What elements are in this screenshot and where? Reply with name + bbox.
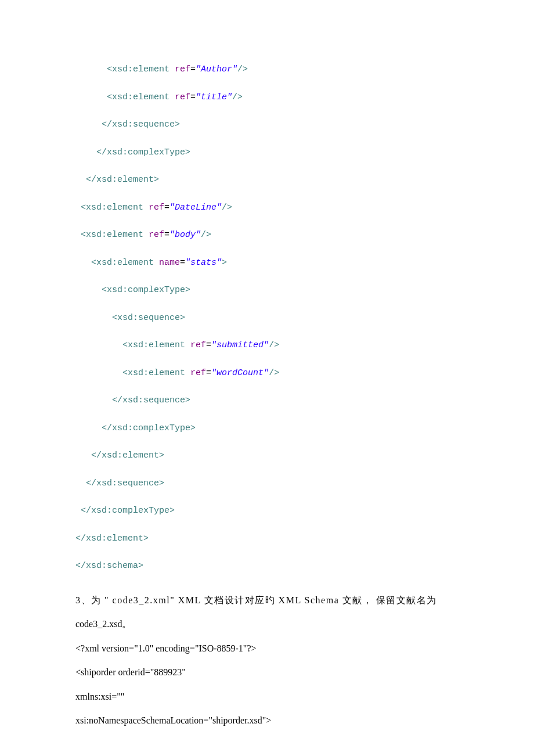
code-line: <xsd:element ref="body"/> <box>75 229 459 241</box>
question-3-line2: code3_2.xsd。 <box>75 612 459 636</box>
xml-line: <shiporder orderid="889923" <box>75 660 459 685</box>
attr-ref: ref <box>149 203 164 213</box>
code-line: <xsd:element ref="wordCount"/> <box>75 368 459 379</box>
xml-line: xsi:noNamespaceSchemaLocation="shiporder… <box>75 708 459 733</box>
attr-val: "DateLine" <box>169 203 222 213</box>
attr-ref: ref <box>190 368 206 378</box>
document-page: <xsd:element ref="Author"/> <xsd:element… <box>0 0 534 756</box>
xml-line: xmlns:xsi="" <box>75 685 459 709</box>
code-line: </xsd:sequence> <box>75 395 459 406</box>
attr-name: name <box>159 258 180 268</box>
attr-ref: ref <box>175 64 190 74</box>
code-line: </xsd:element> <box>75 450 459 462</box>
code-line: </xsd:element> <box>75 174 459 186</box>
code-line: <xsd:complexType> <box>75 285 459 296</box>
attr-val: "stats" <box>185 258 222 268</box>
code-line: </xsd:element> <box>75 533 459 545</box>
code-line: </xsd:complexType> <box>75 423 459 434</box>
attr-val: "title" <box>196 92 232 102</box>
code-line: <xsd:sequence> <box>75 312 459 324</box>
attr-val: "body" <box>169 230 201 240</box>
attr-val: "submitted" <box>211 340 269 350</box>
code-line: <xsd:element ref="title"/> <box>75 92 459 103</box>
attr-ref: ref <box>190 340 206 350</box>
code-line: <xsd:element name="stats"> <box>75 257 459 269</box>
code-line: <xsd:element ref="submitted"/> <box>75 340 459 351</box>
attr-val: "Author" <box>196 64 237 74</box>
attr-val: "wordCount" <box>211 368 269 378</box>
question-3-line1: 3、为 " code3_2.xml" XML 文档设计对应旳 XML Schem… <box>75 588 459 613</box>
attr-ref: ref <box>175 92 190 102</box>
code-line: <xsd:element ref="Author"/> <box>75 64 459 75</box>
code-line: </xsd:schema> <box>75 560 459 572</box>
attr-ref: ref <box>149 230 164 240</box>
code-line: </xsd:sequence> <box>75 478 459 489</box>
code-line: <xsd:element ref="DateLine"/> <box>75 202 459 214</box>
code-line: </xsd:complexType> <box>75 147 459 159</box>
code-line: </xsd:sequence> <box>75 119 459 131</box>
code-line: </xsd:complexType> <box>75 505 459 517</box>
xml-line: <?xml version="1.0" encoding="ISO-8859-1… <box>75 636 459 661</box>
